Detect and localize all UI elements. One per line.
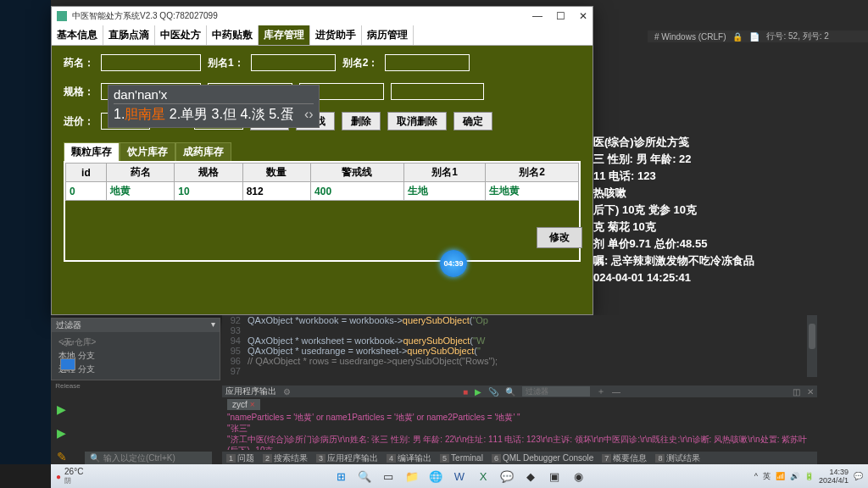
cell-a2[interactable]: 生地黄 [486,182,579,201]
search-icon[interactable]: 🔍 [505,387,515,396]
monitor-icon[interactable] [60,358,75,370]
run-icon[interactable]: ▶ [57,402,67,416]
minimize-panel-icon[interactable]: — [612,387,620,396]
col-qty[interactable]: 数量 [242,164,310,182]
panel-dropdown-icon[interactable]: ▾ [211,319,215,331]
wifi-icon[interactable]: 📶 [776,472,785,480]
input-alias2[interactable] [385,54,470,71]
debug-icon[interactable]: ▶ [57,426,67,440]
code-editor[interactable]: 92QAxObject *workbook = workbooks->query… [222,315,817,377]
subtab-granule[interactable]: 颗粒库存 [64,142,120,161]
weather-widget[interactable]: ● 26°C 阴 [56,467,83,485]
btab-issues[interactable]: 1问题 [222,452,259,464]
close-panel-icon[interactable]: ✕ [807,387,814,396]
output-settings-icon[interactable]: ⚙ [283,387,291,396]
windows-taskbar[interactable]: ● 26°C 阴 ⊞ 🔍 ▭ 📁 🌐 W X 💬 ◆ ▣ ◉ ^ 英 📶 🔊 🔋… [51,464,868,488]
search-taskbar-icon[interactable]: 🔍 [356,468,373,485]
app-icon-2[interactable]: ▣ [546,468,563,485]
subtab-prepared[interactable]: 成药库存 [175,142,231,161]
cell-qty[interactable]: 812 [242,182,310,201]
battery-icon[interactable]: 🔋 [804,472,814,480]
col-name[interactable]: 药名 [106,164,174,182]
maximize-icon[interactable]: ☐ [556,10,565,22]
recording-timer-badge: 04:39 [440,250,467,277]
confirm-button[interactable]: 确定 [453,112,492,130]
cursor-pos: 行号: 52, 列号: 2 [766,30,828,42]
ime-candidates[interactable]: 1.胆南星 2.单男 3.但 4.淡 5.蛋 ‹› [114,106,314,124]
close-tab-icon[interactable]: × [250,400,255,409]
tab-rectal-drip[interactable]: 直肠点滴 [103,25,155,45]
run-again-icon[interactable]: ▶ [475,387,481,396]
app-icon-1[interactable]: ◆ [522,468,539,485]
subtab-decoction[interactable]: 饮片库存 [120,142,175,161]
modify-button[interactable]: 修改 [537,227,582,248]
app-icon [57,11,67,21]
attach-icon[interactable]: 📎 [488,387,498,396]
cell-a1[interactable]: 生地 [403,182,486,201]
app-titlebar[interactable]: 中医智能处方系统V2.3 QQ:782027099 — ☐ ✕ [52,7,593,25]
tab-restock[interactable]: 进货助手 [310,25,362,45]
split-icon[interactable]: ◫ [793,387,800,396]
btab-search[interactable]: 2搜索结果 [259,452,312,464]
btab-summary[interactable]: 7概要信息 [598,452,651,464]
tcm-app-window: 中医智能处方系统V2.3 QQ:782027099 — ☐ ✕ 基本信息 直肠点… [51,6,593,315]
inventory-subtabs: 颗粒库存 饮片库存 成药库存 [64,142,581,161]
tab-basic-info[interactable]: 基本信息 [52,25,103,45]
ime-more-icon[interactable]: ‹› [304,107,314,122]
cell-id[interactable]: 0 [66,182,107,201]
cell-name[interactable]: 地黄 [106,182,174,201]
tray-up-icon[interactable]: ^ [754,472,758,480]
close-icon[interactable]: ✕ [579,10,587,22]
ime-indicator[interactable]: 英 [763,471,771,482]
delete-button[interactable]: 删除 [342,112,381,130]
input-extra[interactable] [391,83,484,100]
build-icon[interactable]: ✎ [57,450,67,463]
tab-inventory[interactable]: 库存管理 [259,25,310,45]
output-panel-header: 应用程序输出 ⚙ ■ ▶ 📎 🔍 ＋ — ◫ ✕ [222,385,817,397]
output-filter-input[interactable] [522,386,590,396]
btab-appoutput[interactable]: 3应用程序输出 [312,452,382,464]
tab-tcm-rx[interactable]: 中医处方 [155,25,207,45]
btab-qml[interactable]: 6QML Debugger Console [487,453,598,463]
taskbar-clock[interactable]: 14:39 2024/4/1 [819,468,849,485]
undelete-button[interactable]: 取消删除 [387,112,447,130]
volume-icon[interactable]: 🔊 [790,472,799,480]
wechat-icon[interactable]: 💬 [498,468,515,485]
search-everywhere[interactable]: 🔍 输入以定位(Ctrl+K) [85,452,212,464]
cell-alert[interactable]: 400 [311,182,404,201]
tab-records[interactable]: 病历管理 [362,25,414,45]
col-id[interactable]: id [66,164,107,182]
edge-icon[interactable]: 🌐 [427,468,444,485]
cell-spec[interactable]: 10 [175,182,242,201]
notifications-icon[interactable]: 💬 [854,472,863,480]
add-pane-icon[interactable]: ＋ [597,385,605,397]
stop-icon[interactable]: ■ [463,387,468,396]
app-icon-3[interactable]: ◉ [570,468,587,485]
col-spec[interactable]: 规格 [175,164,242,182]
ime-candidate-box[interactable]: dan'nan'x 1.胆南星 2.单男 3.但 4.淡 5.蛋 ‹› [108,85,320,128]
system-tray[interactable]: ^ 英 📶 🔊 🔋 14:39 2024/4/1 💬 [754,468,863,485]
btab-test[interactable]: 8测试结果 [651,452,704,464]
input-alias1[interactable] [251,54,336,71]
inventory-grid[interactable]: id 药名 规格 数量 警戒线 别名1 别名2 0 地黄 10 812 400 … [64,161,581,262]
col-a2[interactable]: 别名2 [486,164,579,182]
label-spec: 规格： [64,85,94,99]
col-a1[interactable]: 别名1 [403,164,486,182]
tab-herb-patch[interactable]: 中药贴敷 [207,25,259,45]
excel-icon[interactable]: X [475,468,492,485]
word-icon[interactable]: W [451,468,468,485]
application-output[interactable]: zycf× "nameParticles = '地黄' or name1Part… [222,397,817,450]
inventory-form: 药名： 别名1： 别名2： 规格： 进价： 售价： 添加 查找 删除 取消删除 … [52,46,593,270]
ime-composition: dan'nan'x [114,87,314,104]
editor-scrollbar[interactable] [807,315,817,377]
explorer-icon[interactable]: 📁 [403,468,420,485]
btab-compile[interactable]: 4编译输出 [382,452,436,464]
start-icon[interactable]: ⊞ [332,468,349,485]
encoding-indicator[interactable]: # Windows (CRLF) [654,32,726,42]
task-view-icon[interactable]: ▭ [380,468,397,485]
table-row[interactable]: 0 地黄 10 812 400 生地 生地黄 [66,182,579,201]
col-alert[interactable]: 警戒线 [311,164,404,182]
minimize-icon[interactable]: — [532,10,542,22]
input-drug-name[interactable] [101,54,201,71]
btab-terminal[interactable]: 5Terminal [436,453,487,463]
